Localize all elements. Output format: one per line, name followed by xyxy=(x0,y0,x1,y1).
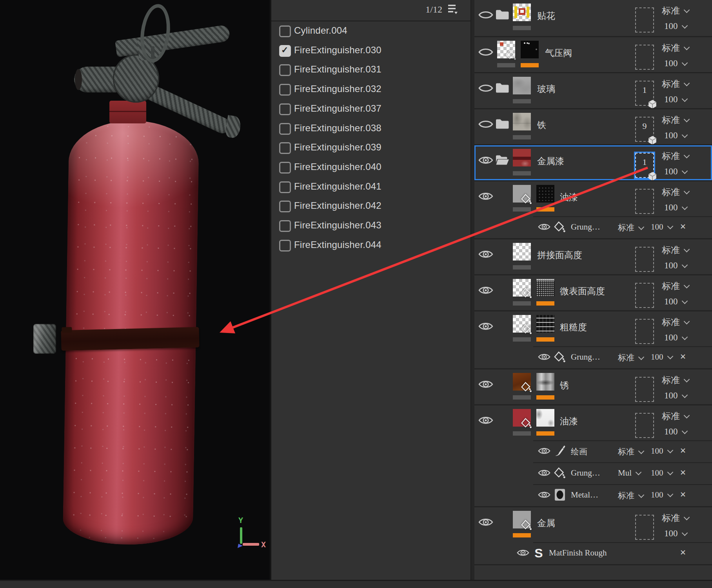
layer-effect-row[interactable]: Grung…Mul100✕ xyxy=(474,462,712,484)
remove-effect-button[interactable]: ✕ xyxy=(680,222,686,231)
mask-slot[interactable] xyxy=(635,283,654,308)
layer-row[interactable]: 金属标准100 xyxy=(474,506,712,542)
layer-name[interactable]: 油漆 xyxy=(560,191,578,203)
mesh-checkbox[interactable] xyxy=(279,162,291,174)
eye-open-icon[interactable] xyxy=(478,415,493,426)
mesh-list-item[interactable]: FireExtinguisher.031 xyxy=(271,64,470,76)
layer-thumbnail[interactable] xyxy=(513,279,531,297)
mesh-list-item[interactable]: FireExtinguisher.040 xyxy=(271,161,470,174)
mesh-checkbox[interactable] xyxy=(279,201,291,212)
eye-open-icon[interactable] xyxy=(478,517,493,528)
layer-name[interactable]: 玻璃 xyxy=(537,83,555,95)
opacity-select[interactable]: 100 xyxy=(664,58,687,69)
effect-name[interactable]: Grung… xyxy=(571,352,600,362)
layer-thumbnail[interactable] xyxy=(513,315,531,333)
mesh-name[interactable]: FireExtinguisher.037 xyxy=(294,103,381,114)
fire-extinguisher-band[interactable] xyxy=(61,327,199,351)
mesh-name[interactable]: FireExtinguisher.043 xyxy=(294,220,381,231)
mesh-list-item[interactable]: FireExtinguisher.039 xyxy=(271,142,470,154)
layer-name[interactable]: 微表面高度 xyxy=(560,285,605,297)
mesh-name[interactable]: FireExtinguisher.030 xyxy=(294,45,381,56)
layer-row[interactable]: 油漆标准100 xyxy=(474,180,712,216)
eye-open-icon[interactable] xyxy=(478,321,493,332)
blend-mode-select[interactable]: 标准 xyxy=(662,244,689,256)
mesh-list-item[interactable]: FireExtinguisher.043 xyxy=(271,220,470,232)
layer-thumbnail[interactable] xyxy=(513,77,531,94)
remove-effect-button[interactable]: ✕ xyxy=(680,446,686,455)
effect-blend-mode-select[interactable]: 标准 xyxy=(618,352,643,363)
eye-closed-icon[interactable] xyxy=(478,119,493,130)
eye-closed-icon[interactable] xyxy=(478,47,493,58)
mesh-name[interactable]: FireExtinguisher.040 xyxy=(294,161,381,172)
effect-opacity-select[interactable]: 100 xyxy=(651,490,672,500)
mask-thumbnail[interactable] xyxy=(536,185,554,203)
eye-closed-icon[interactable] xyxy=(478,9,493,20)
mask-thumbnail[interactable] xyxy=(536,315,554,333)
mask-slot[interactable] xyxy=(635,7,654,33)
opacity-select[interactable]: 100 xyxy=(664,203,687,213)
blend-mode-select[interactable]: 标准 xyxy=(662,42,689,54)
eye-open-icon[interactable] xyxy=(538,490,550,499)
mesh-checkbox[interactable] xyxy=(279,103,291,115)
mask-slot[interactable] xyxy=(635,45,654,70)
layer-thumbnail[interactable] xyxy=(513,113,531,130)
layer-row[interactable]: 贴花标准100 xyxy=(474,0,712,36)
mesh-checkbox[interactable] xyxy=(279,142,291,154)
sort-filter-icon[interactable] xyxy=(448,4,458,15)
layer-name[interactable]: 金属 xyxy=(537,517,555,529)
layer-effect-row[interactable]: Metal…标准100✕ xyxy=(474,484,712,506)
layer-row[interactable]: 铁9标准100 xyxy=(474,108,712,144)
blend-mode-select[interactable]: 标准 xyxy=(662,5,689,17)
blend-mode-select[interactable]: 标准 xyxy=(662,114,689,126)
mask-slot[interactable] xyxy=(635,413,654,438)
mask-slot[interactable]: 1 xyxy=(635,81,654,106)
mask-thumbnail[interactable] xyxy=(536,279,554,297)
mask-slot[interactable] xyxy=(635,189,654,214)
layer-row[interactable]: 微表面高度标准100 xyxy=(474,274,712,310)
blend-mode-select[interactable]: 标准 xyxy=(662,410,689,422)
blend-mode-select[interactable]: 标准 xyxy=(662,186,689,198)
eye-open-icon[interactable] xyxy=(538,446,550,456)
blend-mode-select[interactable]: 标准 xyxy=(662,316,689,328)
mask-thumbnail[interactable] xyxy=(536,373,554,391)
mesh-name[interactable]: FireExtinguisher.032 xyxy=(294,83,381,94)
effect-opacity-select[interactable]: 100 xyxy=(651,352,672,362)
mesh-checkbox[interactable] xyxy=(279,64,291,76)
mesh-name[interactable]: FireExtinguisher.039 xyxy=(294,142,381,153)
eye-open-icon[interactable] xyxy=(538,352,550,362)
effect-opacity-select[interactable]: 100 xyxy=(651,468,672,478)
mesh-list-item[interactable]: FireExtinguisher.037 xyxy=(271,103,470,116)
layer-name[interactable]: 拼接面高度 xyxy=(537,249,582,261)
remove-effect-button[interactable]: ✕ xyxy=(680,352,686,361)
mask-slot[interactable] xyxy=(635,515,654,540)
layer-row[interactable]: 金属漆1标准100 xyxy=(474,144,712,180)
mesh-name[interactable]: FireExtinguisher.038 xyxy=(294,123,381,134)
eye-open-icon[interactable] xyxy=(538,222,550,232)
mesh-checkbox[interactable] xyxy=(279,240,291,251)
mask-slot[interactable]: 9 xyxy=(635,117,654,142)
layer-row[interactable]: 油漆标准100 xyxy=(474,404,712,440)
mask-slot[interactable]: 1 xyxy=(635,153,654,178)
mesh-list-item[interactable]: FireExtinguisher.030 xyxy=(271,45,470,57)
effect-blend-mode-select[interactable]: 标准 xyxy=(618,222,643,233)
blend-mode-select[interactable]: 标准 xyxy=(662,150,689,162)
layer-thumbnail[interactable] xyxy=(513,373,531,391)
layer-thumbnail[interactable] xyxy=(513,149,531,166)
blend-mode-select[interactable]: 标准 xyxy=(662,78,689,90)
remove-effect-button[interactable]: ✕ xyxy=(680,468,686,477)
eye-open-icon[interactable] xyxy=(478,155,493,166)
layer-name[interactable]: 气压阀 xyxy=(545,47,572,59)
eye-open-icon[interactable] xyxy=(478,191,493,202)
layer-row[interactable]: 锈标准100 xyxy=(474,368,712,404)
mesh-list-item[interactable]: FireExtinguisher.032 xyxy=(271,83,470,96)
mesh-list-item[interactable]: FireExtinguisher.038 xyxy=(271,123,470,135)
mesh-list-item[interactable]: Cylinder.004 xyxy=(271,25,470,38)
opacity-select[interactable]: 100 xyxy=(664,261,687,271)
layer-thumbnail[interactable] xyxy=(513,185,531,203)
remove-effect-button[interactable]: ✕ xyxy=(680,548,686,557)
layer-effect-row[interactable]: Grung…标准100✕ xyxy=(474,216,712,238)
layer-row[interactable]: 粗糙度标准100 xyxy=(474,310,712,346)
mesh-checkbox[interactable] xyxy=(279,123,291,135)
opacity-select[interactable]: 100 xyxy=(664,297,687,307)
eye-open-icon[interactable] xyxy=(538,468,550,478)
